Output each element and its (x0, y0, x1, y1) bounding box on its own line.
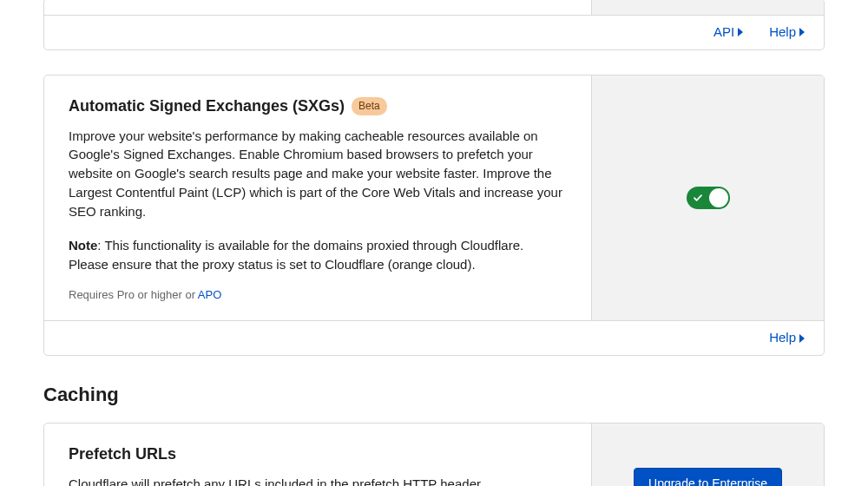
card-footer: API Help (44, 15, 824, 49)
caret-right-icon (799, 28, 805, 36)
api-link[interactable]: API (713, 23, 743, 43)
upgrade-enterprise-button[interactable]: Upgrade to Enterprise (634, 468, 782, 487)
help-link-label: Help (769, 23, 796, 43)
requires-prefix: Requires Pro or higher or (69, 288, 198, 301)
caret-right-icon (799, 334, 805, 343)
note-text: : This functionality is available for th… (69, 238, 523, 272)
toggle-knob (709, 188, 728, 207)
help-link-label: Help (769, 328, 796, 348)
api-link-label: API (713, 23, 734, 43)
card-footer: Help (44, 320, 824, 355)
sxg-note: Note: This functionality is available fo… (69, 236, 567, 274)
prefetch-description: Cloudflare will prefetch any URLs includ… (69, 475, 567, 486)
sxg-title: Automatic Signed Exchanges (SXGs) (69, 95, 345, 118)
card-partial-top: API Help (43, 0, 825, 50)
prefetch-card: Prefetch URLs Cloudflare will prefetch a… (43, 423, 825, 486)
check-icon (693, 193, 703, 203)
sxg-toggle[interactable] (687, 187, 730, 209)
beta-badge: Beta (352, 97, 387, 115)
apo-link[interactable]: APO (198, 288, 221, 301)
sxg-description: Improve your website's performance by ma… (69, 127, 567, 221)
note-label: Note (69, 238, 97, 253)
caret-right-icon (738, 28, 743, 36)
prefetch-title: Prefetch URLs (69, 443, 176, 466)
help-link[interactable]: Help (769, 328, 805, 348)
caching-heading: Caching (43, 380, 825, 409)
sxg-card: Automatic Signed Exchanges (SXGs) Beta I… (43, 75, 825, 356)
sxg-requires: Requires Pro or higher or APO (69, 286, 567, 304)
help-link[interactable]: Help (769, 23, 805, 43)
